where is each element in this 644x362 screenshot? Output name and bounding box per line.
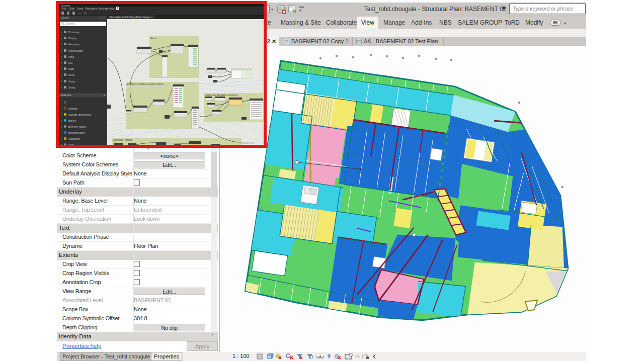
svg-text:FB: FB (355, 355, 360, 358)
